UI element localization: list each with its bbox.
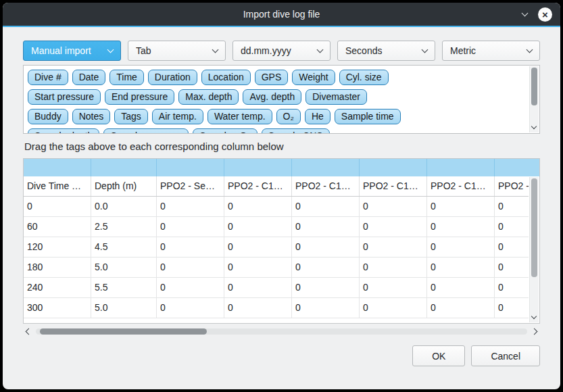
table-cell: 0 [360, 298, 427, 318]
combo-row: Manual importTabdd.mm.yyyySecondsMetric [23, 41, 540, 61]
table-cell: 0.0 [91, 197, 157, 217]
drag-tag[interactable]: Buddy [28, 109, 68, 124]
table-cell: 0 [224, 278, 292, 298]
scroll-down-icon[interactable] [531, 314, 536, 319]
column-header: PPO2 - C1… [224, 176, 292, 196]
drag-tag[interactable]: He [305, 109, 331, 124]
table-cell: 0 [360, 197, 427, 217]
column-drop-target[interactable] [427, 159, 495, 176]
drag-tag[interactable]: Sample pO₂ [193, 128, 257, 133]
column-header: PPO2 - C [495, 176, 529, 196]
button-row: OK Cancel [23, 345, 540, 366]
titlebar[interactable]: Import dive log file × [3, 3, 560, 26]
drag-tag[interactable]: Max. depth [178, 89, 239, 105]
import-mode-combo[interactable]: Manual import [23, 41, 121, 61]
import-preview-table: Dive Time …Depth (m)PPO2 - Se…PPO2 - C1…… [23, 158, 540, 324]
shade-chevron-icon[interactable] [522, 9, 529, 16]
column-drop-target[interactable] [224, 159, 292, 176]
table-cell: 0 [495, 217, 529, 237]
table-row: 3005.0000000 [24, 298, 529, 318]
horizontal-scrollbar-track[interactable] [36, 328, 527, 335]
chevron-down-icon [317, 47, 324, 53]
drag-tag[interactable]: Sample CNS [262, 128, 330, 133]
tag-row: Sample depthSample pressureSample pO₂Sam… [28, 128, 524, 133]
tag-panel-scrollbar[interactable] [529, 66, 539, 132]
table-row: 602.5000000 [24, 217, 529, 237]
table-cell: 0 [360, 217, 427, 237]
column-header: PPO2 - Se… [157, 176, 224, 196]
table-cell: 0 [292, 258, 360, 278]
column-drop-target[interactable] [360, 159, 427, 176]
scroll-left-icon[interactable] [26, 328, 32, 335]
column-drop-target[interactable] [91, 159, 157, 176]
table-row: 1204.5000000 [24, 237, 529, 258]
scrollbar-thumb[interactable] [531, 68, 537, 105]
table-cell: 5.5 [91, 278, 157, 298]
drag-tag[interactable]: Sample depth [28, 128, 99, 133]
drag-tag[interactable]: Tags [114, 109, 148, 124]
table-cell: 0 [224, 217, 292, 237]
combo-value: Tab [136, 45, 213, 56]
column-header: PPO2 - C1… [292, 176, 360, 196]
ok-button[interactable]: OK [412, 345, 465, 366]
drag-tag[interactable]: End pressure [105, 89, 174, 105]
table-cell: 0 [495, 278, 529, 298]
drag-tag[interactable]: Time [109, 70, 144, 85]
combo-value: Metric [450, 45, 527, 56]
drag-tag[interactable]: Sample time [335, 109, 401, 124]
table-cell: 0 [427, 197, 495, 217]
titlebar-buttons: × [522, 3, 552, 26]
table-cell: 0 [495, 197, 529, 217]
dialog-content: Manual importTabdd.mm.yyyySecondsMetric … [3, 27, 560, 366]
table-scrollbar[interactable] [529, 177, 539, 322]
drag-tag[interactable]: Avg. depth [243, 89, 301, 105]
drag-tag[interactable]: Notes [72, 109, 111, 124]
combo-value: Seconds [345, 45, 422, 56]
field-separator-combo[interactable]: Tab [128, 41, 226, 61]
drag-tag[interactable]: Sample pressure [103, 128, 189, 133]
date-format-combo[interactable]: dd.mm.yyyy [232, 41, 331, 61]
column-drop-target[interactable] [157, 159, 224, 176]
horizontal-scrollbar-thumb[interactable] [40, 328, 207, 335]
horizontal-scrollbar[interactable] [23, 326, 540, 337]
table-cell: 0 [157, 237, 224, 258]
time-format-combo[interactable]: Seconds [337, 41, 435, 61]
tag-row: Dive #DateTimeDurationLocationGPSWeightC… [28, 70, 524, 85]
table-cell: 0 [292, 237, 360, 258]
column-drop-target[interactable] [24, 159, 91, 176]
close-button[interactable]: × [538, 7, 552, 22]
column-drop-target[interactable] [292, 159, 360, 176]
scrollbar-thumb[interactable] [531, 178, 537, 277]
drag-tag[interactable]: Weight [292, 70, 335, 85]
scroll-right-icon[interactable] [531, 328, 538, 335]
drag-tag[interactable]: Air temp. [152, 109, 203, 124]
table-cell: 0 [292, 298, 360, 318]
drag-tag[interactable]: Date [72, 70, 106, 85]
close-icon: × [542, 9, 548, 20]
table-cell: 240 [24, 278, 91, 298]
drag-tag[interactable]: Start pressure [28, 89, 101, 105]
drag-tag[interactable]: Cyl. size [339, 70, 389, 85]
drag-tag[interactable]: Divemaster [305, 89, 367, 105]
table-cell: 0 [224, 258, 292, 278]
drag-tag[interactable]: GPS [255, 70, 289, 85]
cancel-button[interactable]: Cancel [471, 345, 540, 366]
drag-tag[interactable]: Dive # [28, 70, 68, 85]
drag-tag[interactable]: Duration [148, 70, 197, 85]
column-drop-target[interactable] [495, 159, 539, 176]
drag-tag[interactable]: Water temp. [207, 109, 272, 124]
table-cell: 0 [495, 258, 529, 278]
table-cell: 120 [24, 237, 91, 258]
import-dialog-window: Import dive log file × Manual importTabd… [3, 3, 560, 389]
table-cell: 0 [224, 197, 292, 217]
chevron-down-icon [422, 47, 429, 53]
hint-text: Drag the tags above to each correspondin… [24, 141, 540, 152]
column-header: PPO2 - C1… [360, 176, 427, 196]
scroll-down-icon[interactable] [531, 124, 536, 129]
drag-tag[interactable]: O₂ [276, 109, 301, 124]
drag-tag[interactable]: Location [201, 70, 251, 85]
table-cell: 0 [157, 278, 224, 298]
table-row: 1805.0000000 [24, 258, 529, 278]
table-body: 00.0000000602.50000001204.50000001805.00… [24, 197, 529, 318]
units-combo[interactable]: Metric [442, 41, 540, 61]
